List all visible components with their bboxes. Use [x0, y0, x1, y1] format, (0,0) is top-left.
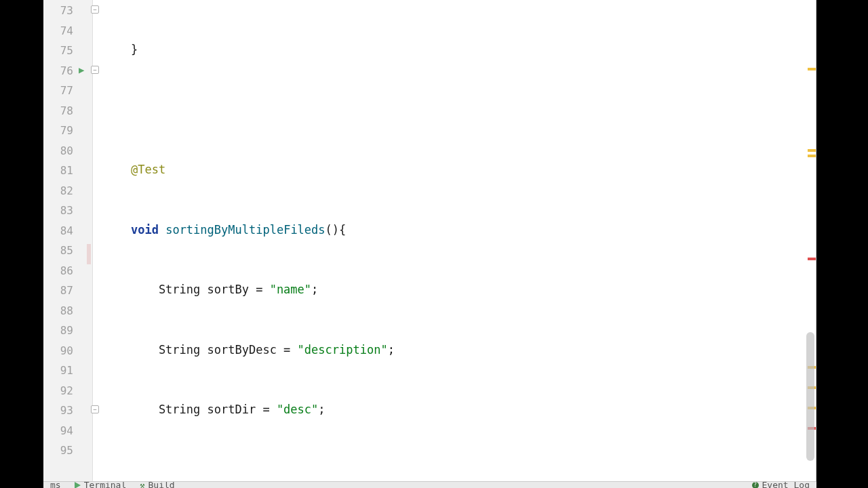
line-number[interactable]: 91 [43, 361, 73, 381]
line-number[interactable]: 84 [43, 221, 73, 241]
terminal-icon [75, 482, 81, 489]
line-number[interactable]: 83 [43, 201, 73, 221]
run-test-icon[interactable]: ▶ [79, 65, 84, 75]
line-number[interactable]: 74 [43, 21, 73, 41]
line-number[interactable]: 92 [43, 381, 73, 401]
code-line: String sortDir = "desc"; [103, 400, 816, 420]
build-tab[interactable]: ⚒Build [133, 481, 181, 488]
line-number[interactable]: 89 [43, 321, 73, 341]
scrollbar-marker-warning[interactable] [808, 155, 816, 157]
line-number[interactable]: 82 [43, 181, 73, 201]
fold-handle[interactable]: − [91, 5, 99, 14]
line-number[interactable]: 76 [43, 61, 73, 81]
hammer-icon: ⚒ [140, 481, 144, 488]
line-number-gutter[interactable]: 7374757677787980818283848586878889909192… [43, 0, 77, 488]
code-line [103, 460, 816, 481]
line-number[interactable]: 95 [43, 441, 73, 461]
code-line: String sortBy = "name"; [103, 280, 816, 300]
scrollbar-thumb[interactable] [806, 332, 814, 461]
line-number[interactable]: 80 [43, 141, 73, 161]
scrollbar-marker-warning[interactable] [808, 68, 816, 70]
info-icon: ? [752, 482, 759, 489]
bottom-tool-bar[interactable]: ms Terminal ⚒Build ?Event Log [43, 481, 816, 488]
line-number[interactable]: 78 [43, 101, 73, 121]
code-line: @Test [103, 160, 816, 180]
line-number[interactable]: 94 [43, 421, 73, 441]
code-line [103, 100, 816, 121]
scrollbar-marker-error[interactable] [808, 258, 816, 260]
line-number[interactable]: 73 [43, 1, 73, 21]
line-number[interactable]: 87 [43, 281, 73, 301]
code-line: void sortingByMultipleFileds(){ [103, 220, 816, 241]
line-number[interactable]: 77 [43, 81, 73, 101]
fold-handle[interactable]: − [91, 405, 99, 413]
line-number[interactable]: 81 [43, 161, 73, 181]
line-number[interactable]: 90 [43, 341, 73, 361]
fold-handle[interactable]: − [91, 66, 99, 74]
problems-tab[interactable]: ms [43, 481, 68, 488]
line-number[interactable]: 79 [43, 121, 73, 141]
code-editor-pane[interactable]: 7374757677787980818283848586878889909192… [43, 0, 816, 488]
event-log-tab[interactable]: ?Event Log [745, 481, 816, 488]
line-number[interactable]: 75 [43, 41, 73, 61]
run-gutter[interactable]: ▶ [77, 0, 92, 488]
terminal-tab[interactable]: Terminal [68, 481, 134, 488]
line-number[interactable]: 88 [43, 301, 73, 321]
line-number[interactable]: 85 [43, 241, 73, 261]
fold-gutter[interactable]: −−− [92, 0, 102, 488]
code-line: } [103, 40, 816, 60]
code-line: String sortByDesc = "description"; [103, 340, 816, 361]
editor-scrollbar[interactable] [804, 0, 816, 488]
line-number[interactable]: 86 [43, 261, 73, 281]
code-area[interactable]: } @Test void sortingByMultipleFileds(){ … [102, 0, 816, 488]
scrollbar-marker-warning[interactable] [808, 149, 816, 152]
line-number[interactable]: 93 [43, 401, 73, 421]
